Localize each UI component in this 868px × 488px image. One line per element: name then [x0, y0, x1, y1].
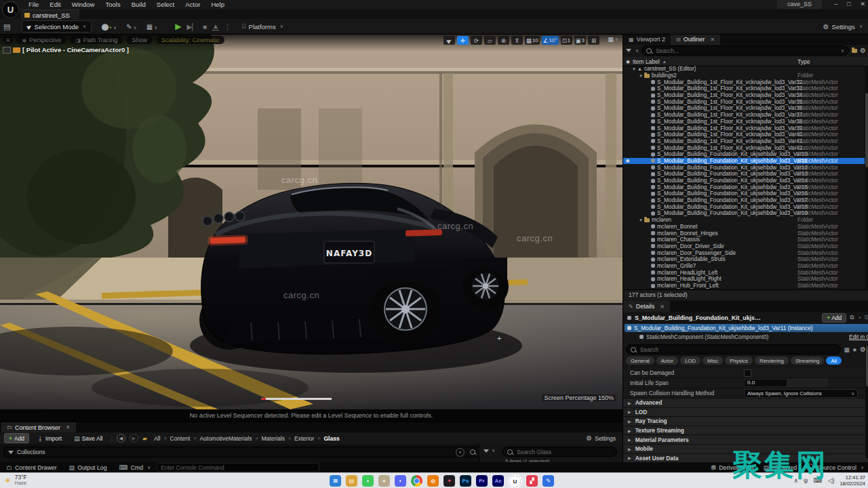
save-all-button[interactable]: ▤ Save All	[70, 434, 106, 443]
outliner-settings-icon[interactable]: ⚙	[860, 47, 866, 54]
property-control[interactable]	[744, 369, 751, 377]
move-tool-icon[interactable]: ✛	[457, 36, 469, 45]
play-button[interactable]: ▶	[175, 22, 181, 31]
save-icon[interactable]: ▤	[0, 22, 14, 31]
camera-frame-icon[interactable]	[3, 47, 11, 54]
tab-viewport-2[interactable]: ▦ Viewport 2	[623, 34, 671, 45]
expand-caret-icon[interactable]: ▼	[639, 74, 644, 78]
taskbar-file-explorer-icon[interactable]: ▤	[346, 475, 357, 487]
outliner-search-box[interactable]: ∨	[642, 45, 849, 56]
tab-content-browser[interactable]: 🗀 Content Browser ✕	[1, 422, 76, 432]
tab-details[interactable]: ✎ Details ✕	[623, 301, 670, 312]
outliner-row[interactable]: S_Modular_Building_Foundation_Kit_ukjseh…	[623, 171, 865, 178]
section-lod[interactable]: ▶LOD	[623, 408, 868, 418]
taskbar-photoshop-icon[interactable]: Ps	[460, 475, 471, 487]
outliner-row[interactable]: mclaren_HeadLight_LeftStaticMeshActor	[623, 269, 865, 276]
cinematics-icon[interactable]: ▦∨	[146, 23, 158, 30]
outliner-row[interactable]: S_Modular_Building_1st_Floor_Kit_vcknajs…	[623, 98, 865, 105]
select-tool-icon[interactable]: ▶	[443, 36, 455, 45]
cine-camera-icon[interactable]	[13, 47, 20, 53]
close-tab-icon[interactable]: ✕	[710, 37, 715, 43]
number-input[interactable]: 0.0	[744, 379, 787, 387]
outliner-column-headers[interactable]: ◉ Item Label ▲ Type	[623, 57, 868, 66]
breadcrumb-all[interactable]: All	[154, 435, 160, 442]
add-collection-icon[interactable]: +	[456, 448, 465, 457]
maximize-button[interactable]: □	[847, 0, 850, 9]
outliner-row[interactable]: S_Modular_Building_Foundation_Kit_ukjseh…	[623, 164, 865, 171]
property-control[interactable]: 0.0	[744, 379, 827, 387]
outliner-row[interactable]: S_Modular_Building_1st_Floor_Kit_vcknajs…	[623, 138, 865, 145]
surface-snap-icon[interactable]: ⊼	[511, 36, 523, 45]
visibility-eye-icon[interactable]: ◉	[623, 158, 632, 163]
grid-snap-toggle[interactable]: ▦10	[525, 36, 540, 45]
scale-snap-toggle[interactable]: ⊡1	[561, 36, 572, 45]
add-asset-button[interactable]: + Add	[4, 433, 29, 443]
3d-viewport[interactable]: NAFAY3D	[0, 34, 623, 422]
outliner-row[interactable]: S_Modular_Building_Foundation_Kit_ukjseh…	[623, 210, 865, 217]
menu-help[interactable]: Help	[205, 0, 230, 9]
dropdown[interactable]: Always Spawn, Ignore Collisions∨	[744, 389, 858, 398]
lock-icon[interactable]: ⚿	[865, 314, 868, 321]
outliner-row[interactable]: ▼mclarenFolder	[623, 217, 865, 224]
forward-button[interactable]: ▶	[130, 434, 138, 443]
menu-window[interactable]: Window	[66, 0, 100, 9]
add-component-button[interactable]: + Add	[822, 313, 846, 323]
content-browser-settings[interactable]: ⚙ Settings	[586, 434, 616, 442]
scale-tool-icon[interactable]: ▱	[484, 36, 496, 45]
tab-cave-ss[interactable]: cave_SS	[777, 0, 822, 9]
outliner-row[interactable]: S_Modular_Building_Foundation_Kit_ukjseh…	[623, 178, 865, 184]
outliner-row[interactable]: mclaren_ChassisStaticMeshActor	[623, 237, 865, 243]
maximize-viewport-icon[interactable]: ⊞	[588, 36, 599, 45]
details-tab-all[interactable]: All	[826, 357, 842, 365]
outliner-row[interactable]: mclaren_Grille7StaticMeshActor	[623, 263, 865, 270]
taskbar-premiere-icon[interactable]: Pr	[476, 475, 488, 487]
back-button[interactable]: ◀	[117, 434, 125, 443]
minimize-button[interactable]: –	[834, 0, 837, 9]
output-log-button[interactable]: ▤ Output Log	[63, 464, 113, 471]
skip-button[interactable]: ▶▏	[187, 23, 197, 30]
display-filter-icon[interactable]: ▦	[844, 346, 849, 353]
outliner-row[interactable]: ▼buildings2Folder	[623, 73, 865, 79]
taskbar-wechat-icon[interactable]: ◖	[362, 475, 374, 487]
tab-outliner[interactable]: ⊟ Outliner ✕	[671, 34, 720, 45]
outliner-row[interactable]: S_Modular_Building_1st_Floor_Kit_vcknajs…	[623, 131, 865, 138]
taskbar-chrome-icon[interactable]	[411, 475, 422, 487]
details-search-input[interactable]	[639, 346, 836, 354]
collections-box[interactable]: Collections +	[4, 447, 480, 458]
outliner-row[interactable]: S_Modular_Building_Foundation_Kit_ukjseh…	[623, 184, 865, 190]
asset-search-input[interactable]	[515, 448, 612, 456]
tab-carstreet-ss[interactable]: carstreet_SS	[20, 9, 79, 20]
expand-caret-icon[interactable]: ▼	[639, 218, 644, 222]
edit-in-cpp-link[interactable]: Edit in C++	[849, 333, 868, 340]
outliner-row[interactable]: mclaren_Door_Passenger_SideStaticMeshAct…	[623, 249, 865, 256]
sequencer-scrub-bar[interactable]	[261, 398, 332, 400]
weather-widget[interactable]: ☀ 73°F Haze	[4, 474, 27, 486]
details-scrollbar[interactable]	[865, 344, 868, 458]
details-tab-general[interactable]: General	[626, 357, 654, 365]
menu-file[interactable]: File	[23, 0, 44, 9]
play-options-kebab-icon[interactable]: ⋮	[224, 23, 231, 30]
type-column[interactable]: Type	[797, 58, 810, 65]
taskbar-davinci-resolve-icon[interactable]: ✦	[443, 475, 455, 487]
checkbox[interactable]	[744, 369, 751, 377]
outliner-row[interactable]: mclaren_Bonnet_HingesStaticMeshActor	[623, 230, 865, 237]
outliner-row[interactable]: S_Modular_Building_1st_Floor_Kit_vcknajs…	[623, 105, 865, 112]
speaker-icon[interactable]: ◁)	[828, 477, 835, 484]
rotate-tool-icon[interactable]: ⟳	[471, 36, 482, 45]
blueprint-convert-icon[interactable]: ⧉	[850, 314, 854, 321]
outliner-row[interactable]: S_Modular_Building_1st_Floor_Kit_vcknajs…	[623, 112, 865, 119]
section-ray-tracing[interactable]: ▶Ray Tracing	[623, 417, 868, 426]
details-tab-lod[interactable]: LOD	[680, 357, 701, 365]
menu-build[interactable]: Build	[126, 0, 151, 9]
taskbar-app-blue-icon[interactable]: ✎	[542, 475, 554, 487]
blueprints-icon[interactable]: ✎∨	[126, 23, 137, 30]
stop-button[interactable]: ■	[203, 23, 207, 30]
asset-search-box[interactable]	[502, 447, 617, 457]
new-folder-icon[interactable]	[852, 49, 857, 53]
platforms-dropdown[interactable]: ⌺ Platforms ∨	[242, 22, 283, 30]
outliner-row[interactable]: mclaren_Extendable_StrutsStaticMeshActor	[623, 256, 865, 263]
viewport-layout-dropdown[interactable]: ▦∨	[608, 36, 618, 43]
taskbar-discord-icon[interactable]: ◗	[395, 475, 406, 487]
rotation-snap-toggle[interactable]: ∠10°	[542, 36, 559, 45]
breadcrumb-content[interactable]: Content	[170, 435, 191, 442]
